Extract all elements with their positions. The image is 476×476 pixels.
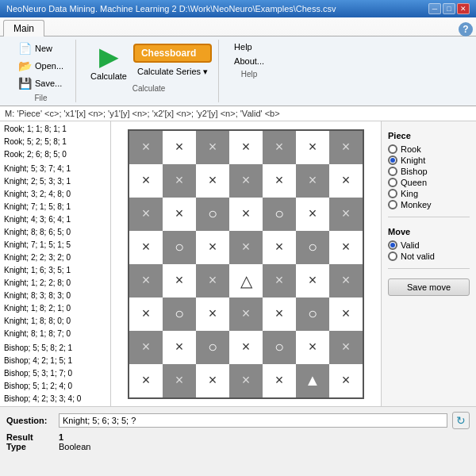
- new-button[interactable]: 📄 New: [13, 40, 69, 57]
- board-cell[interactable]: ×: [163, 198, 196, 231]
- board-cell[interactable]: ○: [196, 331, 229, 364]
- board-cell[interactable]: ×: [129, 131, 163, 164]
- list-item[interactable]: Knight; 1; 8; 2; 1; 0: [2, 302, 109, 315]
- tab-main[interactable]: Main: [3, 20, 44, 36]
- list-item[interactable]: Bishop; 5; 1; 2; 4; 0: [2, 380, 109, 393]
- board-cell[interactable]: ○: [263, 331, 296, 364]
- chessboard-button[interactable]: Chessboard: [133, 44, 212, 63]
- board-cell[interactable]: ×: [163, 364, 196, 397]
- list-item[interactable]: Bishop; 4; 2; 1; 5; 1: [2, 355, 109, 367]
- move-option-valid[interactable]: Valid: [388, 240, 470, 251]
- board-cell[interactable]: ×: [296, 164, 329, 198]
- board-cell[interactable]: ×: [229, 298, 263, 331]
- list-item[interactable]: Knight; 1; 6; 3; 5; 1: [2, 264, 109, 277]
- board-cell[interactable]: ×: [229, 198, 263, 231]
- piece-option-bishop[interactable]: Bishop: [388, 166, 470, 177]
- list-item[interactable]: Knight; 5; 3; 7; 4; 1: [2, 163, 109, 175]
- board-cell[interactable]: ×: [129, 231, 163, 264]
- board-cell[interactable]: ×: [229, 164, 263, 198]
- list-item[interactable]: Knight; 2; 5; 3; 3; 1: [2, 175, 109, 188]
- help-icon[interactable]: ?: [459, 22, 473, 36]
- board-cell[interactable]: ○: [263, 198, 296, 231]
- board-cell[interactable]: ×: [129, 264, 163, 298]
- board-cell[interactable]: ○: [196, 198, 229, 231]
- board-cell[interactable]: ×: [263, 298, 296, 331]
- board-cell[interactable]: ×: [329, 198, 363, 231]
- board-cell[interactable]: ×: [129, 164, 163, 198]
- board-cell[interactable]: ×: [196, 164, 229, 198]
- list-item[interactable]: Knight; 7; 1; 5; 1; 5: [2, 239, 109, 251]
- board-cell[interactable]: ▲: [296, 364, 329, 397]
- board-cell[interactable]: ×: [229, 131, 263, 164]
- close-button[interactable]: ✕: [457, 3, 470, 14]
- board-cell[interactable]: ×: [229, 331, 263, 364]
- board-cell[interactable]: ×: [329, 298, 363, 331]
- board-cell[interactable]: ○: [163, 298, 196, 331]
- move-option-not_valid[interactable]: Not valid: [388, 251, 470, 262]
- board-cell[interactable]: ×: [263, 164, 296, 198]
- board-cell[interactable]: ×: [129, 298, 163, 331]
- board-cell[interactable]: ×: [329, 331, 363, 364]
- calculate-button[interactable]: ▶ Calculate: [86, 40, 132, 83]
- board-cell[interactable]: ×: [296, 331, 329, 364]
- board-cell[interactable]: ○: [296, 231, 329, 264]
- calculate-series-button[interactable]: Calculate Series ▾: [133, 64, 212, 79]
- board-cell[interactable]: ×: [263, 131, 296, 164]
- board-cell[interactable]: ○: [296, 298, 329, 331]
- board-cell[interactable]: ×: [196, 364, 229, 397]
- save-button[interactable]: 💾 Save...: [13, 75, 69, 92]
- data-list[interactable]: Rook; 1; 1; 8; 1; 1Rook; 5; 2; 5; 8; 1Ro…: [0, 121, 111, 406]
- help-button[interactable]: Help: [228, 40, 270, 54]
- list-item[interactable]: Knight; 1; 2; 2; 8; 0: [2, 277, 109, 290]
- board-cell[interactable]: ×: [296, 198, 329, 231]
- board-cell[interactable]: ×: [196, 298, 229, 331]
- board-cell[interactable]: ×: [229, 231, 263, 264]
- board-cell[interactable]: ×: [263, 264, 296, 298]
- save-move-button[interactable]: Save move: [388, 278, 470, 296]
- piece-option-monkey[interactable]: Monkey: [388, 199, 470, 210]
- question-input[interactable]: [59, 413, 447, 428]
- maximize-button[interactable]: □: [443, 3, 455, 14]
- list-item[interactable]: Knight; 1; 8; 8; 0; 0: [2, 315, 109, 328]
- list-item[interactable]: Knight; 8; 8; 6; 5; 0: [2, 226, 109, 239]
- board-cell[interactable]: ×: [329, 131, 363, 164]
- board-cell[interactable]: ×: [263, 231, 296, 264]
- board-cell[interactable]: ×: [263, 364, 296, 397]
- board-cell[interactable]: ×: [163, 331, 196, 364]
- board-cell[interactable]: △: [229, 264, 263, 298]
- list-item[interactable]: Knight; 2; 2; 3; 2; 0: [2, 251, 109, 264]
- board-cell[interactable]: ×: [196, 231, 229, 264]
- board-cell[interactable]: ×: [163, 131, 196, 164]
- board-cell[interactable]: ×: [196, 264, 229, 298]
- piece-option-knight[interactable]: Knight: [388, 155, 470, 166]
- board-cell[interactable]: ○: [163, 231, 196, 264]
- list-item[interactable]: Bishop; 4; 2; 3; 3; 4; 0: [2, 393, 109, 405]
- piece-option-rook[interactable]: Rook: [388, 144, 470, 155]
- board-cell[interactable]: ×: [129, 331, 163, 364]
- list-item[interactable]: Rook; 2; 6; 8; 5; 0: [2, 148, 109, 161]
- list-item[interactable]: Knight; 7; 1; 5; 8; 1: [2, 201, 109, 213]
- about-button[interactable]: About...: [228, 54, 270, 68]
- board-cell[interactable]: ×: [329, 231, 363, 264]
- board-cell[interactable]: ×: [296, 131, 329, 164]
- list-item[interactable]: Knight; 4; 3; 6; 4; 1: [2, 213, 109, 226]
- list-item[interactable]: Knight; 8; 3; 8; 3; 0: [2, 290, 109, 302]
- list-item[interactable]: Rook; 5; 2; 5; 8; 1: [2, 136, 109, 148]
- board-cell[interactable]: ×: [329, 164, 363, 198]
- board-cell[interactable]: ×: [196, 131, 229, 164]
- minimize-button[interactable]: ─: [428, 3, 441, 14]
- list-item[interactable]: Bishop; 5; 5; 8; 2; 1: [2, 342, 109, 355]
- list-item[interactable]: Rook; 1; 1; 8; 1; 1: [2, 123, 109, 136]
- board-cell[interactable]: ×: [129, 364, 163, 397]
- list-item[interactable]: Bishop; 5; 4; 7; 5; 0: [2, 405, 109, 406]
- board-cell[interactable]: ×: [296, 264, 329, 298]
- board-cell[interactable]: ×: [163, 264, 196, 298]
- board-cell[interactable]: ×: [163, 164, 196, 198]
- go-button[interactable]: ↻: [452, 412, 470, 429]
- piece-option-king[interactable]: King: [388, 188, 470, 199]
- list-item[interactable]: Knight; 3; 2; 4; 8; 0: [2, 188, 109, 201]
- piece-option-queen[interactable]: Queen: [388, 177, 470, 188]
- board-cell[interactable]: ×: [329, 264, 363, 298]
- board-cell[interactable]: ×: [329, 364, 363, 397]
- list-item[interactable]: Bishop; 5; 3; 1; 7; 0: [2, 367, 109, 380]
